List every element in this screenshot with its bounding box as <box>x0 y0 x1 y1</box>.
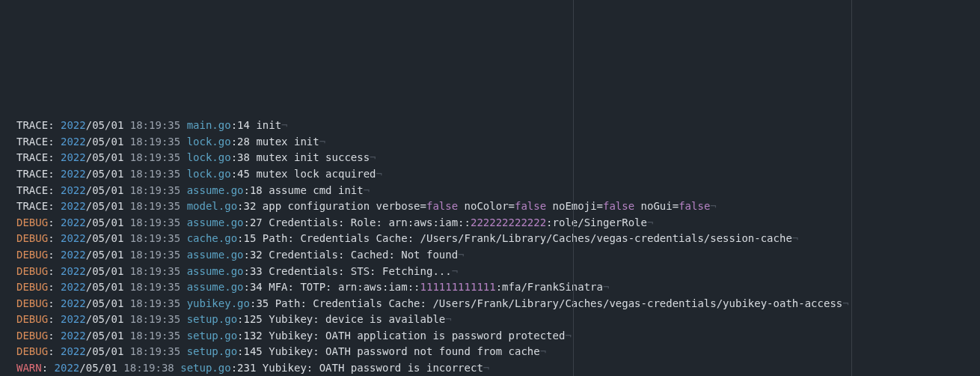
log-lineno: 38 <box>237 151 250 163</box>
log-msg: false <box>515 200 546 212</box>
log-year: 2022 <box>61 313 86 325</box>
eol-icon: ¬ <box>565 330 571 342</box>
log-level: DEBUG <box>16 232 48 244</box>
log-year: 2022 <box>61 232 86 244</box>
eol-icon: ¬ <box>483 362 489 374</box>
log-msg: mutex init success <box>256 151 370 163</box>
log-msg: app configuration verbose= <box>263 200 426 212</box>
log-file: model.go <box>187 200 237 212</box>
log-lineno: 15 <box>244 232 257 244</box>
log-time: 18:19:35 <box>130 168 180 180</box>
eol-icon: ¬ <box>376 168 382 180</box>
log-msg: Credentials: STS: Fetching... <box>269 265 451 277</box>
log-file: assume.go <box>187 281 244 293</box>
eol-icon: ¬ <box>319 136 325 148</box>
log-level: DEBUG <box>16 265 48 277</box>
log-lineno: 28 <box>237 136 250 148</box>
eol-icon: ¬ <box>842 297 848 309</box>
log-msg: MFA: TOTP: arn:aws:iam:: <box>269 281 420 293</box>
log-day: 01 <box>111 232 123 244</box>
log-time: 18:19:35 <box>130 297 180 309</box>
log-month: 05 <box>92 313 105 325</box>
log-day: 01 <box>111 151 123 163</box>
log-level: DEBUG <box>16 330 48 342</box>
log-file: assume.go <box>187 249 244 261</box>
log-msg: Yubikey: OATH password is incorrect <box>263 362 483 374</box>
log-day: 01 <box>111 168 123 180</box>
log-month: 05 <box>86 362 99 374</box>
log-month: 05 <box>92 151 105 163</box>
log-line: DEBUG: 2022/05/01 18:19:35 yubikey.go:35… <box>16 296 980 312</box>
log-file: assume.go <box>187 265 244 277</box>
log-msg: false <box>603 200 634 212</box>
log-line: DEBUG: 2022/05/01 18:19:35 assume.go:34 … <box>16 279 980 296</box>
log-year: 2022 <box>61 330 86 342</box>
log-line: TRACE: 2022/05/01 18:19:35 main.go:14 in… <box>16 118 980 134</box>
eol-icon: ¬ <box>458 249 464 261</box>
log-month: 05 <box>92 345 105 357</box>
log-file: setup.go <box>187 345 237 357</box>
log-file: cache.go <box>187 232 237 244</box>
log-time: 18:19:35 <box>130 184 180 196</box>
log-level: DEBUG <box>16 216 48 228</box>
log-day: 01 <box>111 200 123 212</box>
log-msg: Credentials: Cached: Not found <box>269 249 458 261</box>
log-level: TRACE <box>16 136 48 148</box>
log-day: 01 <box>111 119 123 131</box>
log-msg: false <box>426 200 458 212</box>
log-level: DEBUG <box>16 297 48 309</box>
log-file: lock.go <box>187 136 231 148</box>
log-lineno: 231 <box>237 362 256 374</box>
log-msg: mutex init <box>256 136 319 148</box>
log-time: 18:19:35 <box>130 216 180 228</box>
log-year: 2022 <box>61 151 86 163</box>
eol-icon: ¬ <box>370 151 376 163</box>
log-file: setup.go <box>180 362 230 374</box>
log-line: DEBUG: 2022/05/01 18:19:35 cache.go:15 P… <box>16 231 980 247</box>
eol-icon: ¬ <box>445 313 451 325</box>
log-msg: Credentials: Role: arn:aws:iam:: <box>269 216 471 228</box>
log-line: TRACE: 2022/05/01 18:19:35 lock.go:28 mu… <box>16 134 980 151</box>
log-line: TRACE: 2022/05/01 18:19:35 model.go:32 a… <box>16 198 980 215</box>
log-time: 18:19:35 <box>130 345 180 357</box>
log-line: DEBUG: 2022/05/01 18:19:35 setup.go:145 … <box>16 344 980 360</box>
log-level: DEBUG <box>16 249 48 261</box>
log-lineno: 33 <box>250 265 263 277</box>
log-year: 2022 <box>61 136 86 148</box>
log-day: 01 <box>111 136 123 148</box>
log-line: TRACE: 2022/05/01 18:19:35 lock.go:45 mu… <box>16 166 980 183</box>
log-month: 05 <box>92 184 105 196</box>
log-msg: Yubikey: OATH password not found from ca… <box>269 345 539 357</box>
log-msg: :mfa/FrankSinatra <box>496 281 603 293</box>
eol-icon: ¬ <box>792 232 798 244</box>
log-lineno: 125 <box>244 313 263 325</box>
eol-icon: ¬ <box>710 200 716 212</box>
eol-icon: ¬ <box>603 281 609 293</box>
log-time: 18:19:35 <box>130 200 180 212</box>
log-time: 18:19:35 <box>130 232 180 244</box>
log-day: 01 <box>111 249 123 261</box>
log-level: DEBUG <box>16 313 48 325</box>
log-month: 05 <box>92 216 105 228</box>
log-day: 01 <box>111 281 123 293</box>
log-year: 2022 <box>61 216 86 228</box>
log-file: main.go <box>187 119 231 131</box>
log-year: 2022 <box>61 249 86 261</box>
log-lineno: 14 <box>237 119 250 131</box>
log-msg: init <box>256 119 281 131</box>
log-file: lock.go <box>187 151 231 163</box>
log-month: 05 <box>92 136 105 148</box>
log-lineno: 32 <box>244 200 257 212</box>
log-line: DEBUG: 2022/05/01 18:19:35 assume.go:27 … <box>16 215 980 231</box>
log-msg: Yubikey: OATH application is password pr… <box>269 330 565 342</box>
log-time: 18:19:35 <box>130 313 180 325</box>
log-lineno: 18 <box>250 184 263 196</box>
log-lineno: 34 <box>250 281 263 293</box>
log-file: setup.go <box>187 313 237 325</box>
log-time: 18:19:35 <box>130 330 180 342</box>
log-day: 01 <box>111 297 123 309</box>
log-msg: noColor= <box>458 200 515 212</box>
log-year: 2022 <box>61 297 86 309</box>
log-line: TRACE: 2022/05/01 18:19:35 assume.go:18 … <box>16 183 980 199</box>
log-line: DEBUG: 2022/05/01 18:19:35 setup.go:132 … <box>16 328 980 345</box>
